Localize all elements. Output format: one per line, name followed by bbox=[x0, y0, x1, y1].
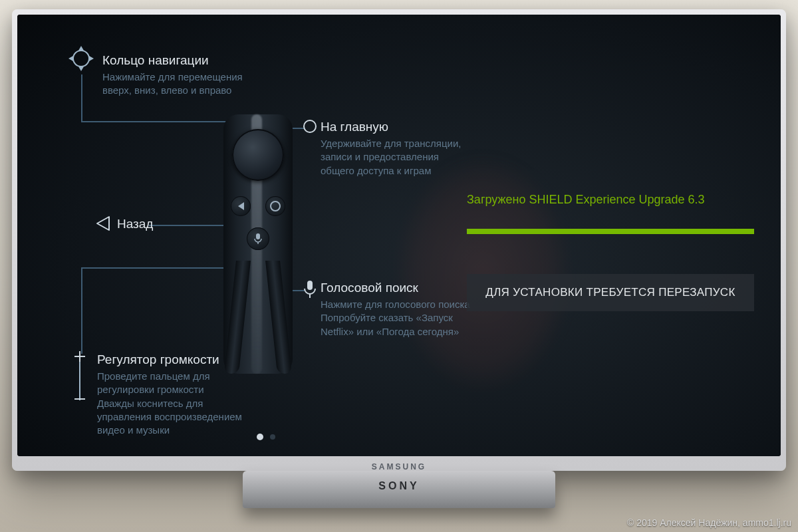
svg-rect-7 bbox=[307, 281, 313, 290]
dpad-ring-icon bbox=[66, 44, 96, 73]
connector-line bbox=[81, 267, 227, 269]
remote-button-row bbox=[223, 194, 293, 218]
svg-rect-13 bbox=[256, 233, 260, 239]
svg-marker-2 bbox=[78, 66, 84, 71]
update-status-title: Загружено SHIELD Experience Upgrade 6.3 bbox=[467, 193, 754, 207]
tv-bezel: Кольцо навигации Нажимайте для перемещен… bbox=[17, 15, 781, 456]
back-title: Назад bbox=[117, 217, 223, 231]
svg-marker-3 bbox=[68, 56, 73, 61]
nav-ring-title: Кольцо навигации bbox=[102, 53, 249, 68]
home-title: На главную bbox=[321, 120, 467, 134]
stand-brand-label: SONY bbox=[378, 480, 419, 492]
remote-home-button bbox=[265, 196, 285, 216]
connector-line bbox=[81, 121, 227, 122]
voice-desc: Нажмите для голосового поиска Попробуйте… bbox=[321, 298, 473, 338]
remote-mic-button bbox=[247, 227, 269, 250]
svg-point-0 bbox=[73, 51, 89, 66]
pager-dot[interactable] bbox=[270, 434, 275, 440]
photo-credit: © 2019 Алексей Надёжин, ammo1.lj.ru bbox=[627, 517, 791, 528]
remote-dpad bbox=[232, 129, 284, 181]
connector-line bbox=[81, 74, 82, 121]
pager-dot-active[interactable] bbox=[257, 434, 263, 440]
page-indicator[interactable] bbox=[257, 434, 275, 440]
circle-home-icon bbox=[302, 118, 318, 134]
restart-to-install-button[interactable]: ДЛЯ УСТАНОВКИ ТРЕБУЕТСЯ ПЕРЕЗАПУСК bbox=[467, 274, 754, 311]
remote-back-button bbox=[231, 196, 251, 216]
nav-ring-block: Кольцо навигации Нажимайте для перемещен… bbox=[102, 53, 249, 98]
update-progress-bar bbox=[467, 229, 754, 234]
microphone-icon bbox=[302, 279, 318, 299]
back-block: Назад bbox=[117, 217, 223, 234]
remote-illustration bbox=[223, 114, 293, 374]
mic-glyph-icon bbox=[253, 233, 263, 245]
voice-title: Голосовой поиск bbox=[321, 281, 473, 295]
svg-marker-6 bbox=[97, 217, 109, 230]
voice-block: Голосовой поиск Нажмите для голосового п… bbox=[321, 281, 473, 338]
connector-line bbox=[81, 267, 82, 354]
triangle-icon bbox=[238, 202, 244, 210]
tv-stand: SONY bbox=[243, 471, 555, 508]
nav-ring-desc: Нажимайте для перемещения вверх, вниз, в… bbox=[102, 70, 249, 98]
svg-marker-1 bbox=[78, 46, 84, 51]
home-block: На главную Удерживайте для трансляции, з… bbox=[321, 120, 467, 178]
back-triangle-icon bbox=[94, 214, 113, 233]
svg-marker-4 bbox=[89, 56, 94, 61]
tv-frame: SAMSUNG Кольцо нав bbox=[12, 9, 786, 471]
tv-brand-label: SAMSUNG bbox=[12, 462, 786, 471]
home-desc: Удерживайте для трансляции, записи и пре… bbox=[321, 137, 467, 178]
tv-screen: Кольцо навигации Нажимайте для перемещен… bbox=[17, 15, 781, 456]
volume-slider-icon bbox=[69, 348, 90, 407]
ring-icon bbox=[270, 201, 281, 211]
volume-desc: Проведите пальцем для регулировки громко… bbox=[97, 370, 250, 437]
svg-point-5 bbox=[304, 120, 316, 132]
